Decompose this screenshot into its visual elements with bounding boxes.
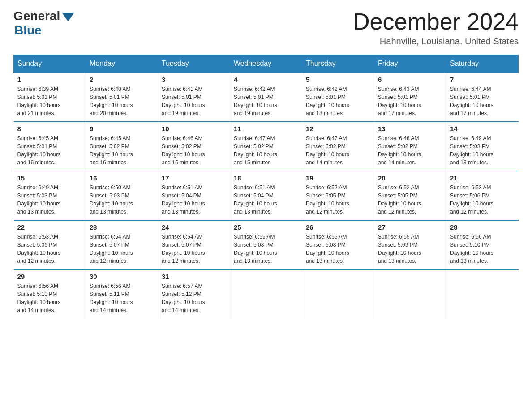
day-number: 10 (162, 125, 226, 133)
header-saturday: Saturday (446, 55, 519, 73)
day-info: Sunrise: 6:42 AMSunset: 5:01 PMDaylight:… (306, 85, 370, 117)
calendar-cell: 16Sunrise: 6:50 AMSunset: 5:03 PMDayligh… (86, 171, 158, 220)
day-number: 31 (162, 273, 226, 280)
calendar-cell: 19Sunrise: 6:52 AMSunset: 5:05 PMDayligh… (302, 171, 374, 220)
calendar-cell: 26Sunrise: 6:55 AMSunset: 5:08 PMDayligh… (302, 220, 374, 270)
day-number: 9 (90, 125, 154, 133)
day-info: Sunrise: 6:53 AMSunset: 5:06 PMDaylight:… (450, 184, 515, 216)
day-info: Sunrise: 6:39 AMSunset: 5:01 PMDaylight:… (17, 85, 82, 117)
header-thursday: Thursday (302, 55, 374, 73)
calendar-cell: 25Sunrise: 6:55 AMSunset: 5:08 PMDayligh… (230, 220, 302, 270)
day-info: Sunrise: 6:40 AMSunset: 5:01 PMDaylight:… (90, 85, 154, 117)
calendar-cell: 29Sunrise: 6:56 AMSunset: 5:10 PMDayligh… (14, 270, 86, 319)
calendar-cell (374, 270, 446, 319)
logo-blue-text: Blue (14, 23, 42, 38)
header-monday: Monday (86, 55, 158, 73)
title-area: December 2024 Hahnville, Louisiana, Unit… (353, 9, 519, 47)
day-number: 17 (162, 174, 226, 182)
day-number: 26 (306, 223, 370, 231)
day-info: Sunrise: 6:48 AMSunset: 5:02 PMDaylight:… (378, 134, 442, 167)
day-number: 19 (306, 174, 370, 182)
header-wednesday: Wednesday (230, 55, 302, 73)
day-number: 6 (378, 76, 442, 83)
week-row-3: 15Sunrise: 6:49 AMSunset: 5:03 PMDayligh… (14, 171, 519, 220)
calendar-cell: 13Sunrise: 6:48 AMSunset: 5:02 PMDayligh… (374, 122, 446, 171)
day-number: 11 (234, 125, 298, 133)
week-row-5: 29Sunrise: 6:56 AMSunset: 5:10 PMDayligh… (14, 270, 519, 319)
day-info: Sunrise: 6:53 AMSunset: 5:06 PMDaylight:… (17, 233, 82, 265)
calendar-cell: 2Sunrise: 6:40 AMSunset: 5:01 PMDaylight… (86, 73, 158, 122)
day-info: Sunrise: 6:45 AMSunset: 5:02 PMDaylight:… (90, 134, 154, 167)
day-number: 4 (234, 76, 298, 83)
calendar-cell: 9Sunrise: 6:45 AMSunset: 5:02 PMDaylight… (86, 122, 158, 171)
day-info: Sunrise: 6:51 AMSunset: 5:04 PMDaylight:… (234, 184, 298, 216)
logo-top: General (13, 9, 74, 23)
day-info: Sunrise: 6:41 AMSunset: 5:01 PMDaylight:… (162, 85, 226, 117)
day-info: Sunrise: 6:55 AMSunset: 5:08 PMDaylight:… (234, 233, 298, 265)
day-info: Sunrise: 6:56 AMSunset: 5:11 PMDaylight:… (90, 282, 154, 314)
calendar-header: SundayMondayTuesdayWednesdayThursdayFrid… (14, 55, 519, 73)
calendar-cell: 11Sunrise: 6:47 AMSunset: 5:02 PMDayligh… (230, 122, 302, 171)
day-number: 30 (90, 273, 154, 280)
day-info: Sunrise: 6:55 AMSunset: 5:09 PMDaylight:… (378, 233, 442, 265)
calendar-cell: 5Sunrise: 6:42 AMSunset: 5:01 PMDaylight… (302, 73, 374, 122)
day-number: 28 (450, 223, 515, 231)
day-info: Sunrise: 6:55 AMSunset: 5:08 PMDaylight:… (306, 233, 370, 265)
calendar-cell: 23Sunrise: 6:54 AMSunset: 5:07 PMDayligh… (86, 220, 158, 270)
day-info: Sunrise: 6:56 AMSunset: 5:10 PMDaylight:… (17, 282, 82, 314)
calendar-cell: 7Sunrise: 6:44 AMSunset: 5:01 PMDaylight… (446, 73, 519, 122)
calendar-table: SundayMondayTuesdayWednesdayThursdayFrid… (13, 55, 519, 319)
day-number: 25 (234, 223, 298, 231)
calendar-cell: 15Sunrise: 6:49 AMSunset: 5:03 PMDayligh… (14, 171, 86, 220)
calendar-body: 1Sunrise: 6:39 AMSunset: 5:01 PMDaylight… (14, 73, 519, 319)
day-info: Sunrise: 6:54 AMSunset: 5:07 PMDaylight:… (162, 233, 226, 265)
day-number: 20 (378, 174, 442, 182)
day-info: Sunrise: 6:49 AMSunset: 5:03 PMDaylight:… (450, 134, 515, 167)
calendar-cell: 21Sunrise: 6:53 AMSunset: 5:06 PMDayligh… (446, 171, 519, 220)
day-number: 23 (90, 223, 154, 231)
day-number: 29 (17, 273, 82, 280)
calendar-cell: 28Sunrise: 6:56 AMSunset: 5:10 PMDayligh… (446, 220, 519, 270)
day-info: Sunrise: 6:43 AMSunset: 5:01 PMDaylight:… (378, 85, 442, 117)
day-info: Sunrise: 6:54 AMSunset: 5:07 PMDaylight:… (90, 233, 154, 265)
header-sunday: Sunday (14, 55, 86, 73)
day-number: 14 (450, 125, 515, 133)
day-info: Sunrise: 6:52 AMSunset: 5:05 PMDaylight:… (306, 184, 370, 216)
week-row-4: 22Sunrise: 6:53 AMSunset: 5:06 PMDayligh… (14, 220, 519, 270)
day-info: Sunrise: 6:57 AMSunset: 5:12 PMDaylight:… (162, 282, 226, 314)
calendar-cell: 12Sunrise: 6:47 AMSunset: 5:02 PMDayligh… (302, 122, 374, 171)
day-number: 2 (90, 76, 154, 83)
day-info: Sunrise: 6:49 AMSunset: 5:03 PMDaylight:… (17, 184, 82, 216)
day-number: 8 (17, 125, 82, 133)
calendar-cell (230, 270, 302, 319)
location-text: Hahnville, Louisiana, United States (353, 36, 519, 47)
day-number: 24 (162, 223, 226, 231)
calendar-cell: 6Sunrise: 6:43 AMSunset: 5:01 PMDaylight… (374, 73, 446, 122)
header-friday: Friday (374, 55, 446, 73)
day-info: Sunrise: 6:50 AMSunset: 5:03 PMDaylight:… (90, 184, 154, 216)
calendar-cell: 22Sunrise: 6:53 AMSunset: 5:06 PMDayligh… (14, 220, 86, 270)
calendar-cell: 8Sunrise: 6:45 AMSunset: 5:01 PMDaylight… (14, 122, 86, 171)
day-number: 3 (162, 76, 226, 83)
day-info: Sunrise: 6:52 AMSunset: 5:05 PMDaylight:… (378, 184, 442, 216)
day-number: 22 (17, 223, 82, 231)
day-number: 12 (306, 125, 370, 133)
day-info: Sunrise: 6:45 AMSunset: 5:01 PMDaylight:… (17, 134, 82, 167)
logo-general-text: General (13, 9, 60, 23)
day-info: Sunrise: 6:56 AMSunset: 5:10 PMDaylight:… (450, 233, 515, 265)
calendar-cell: 1Sunrise: 6:39 AMSunset: 5:01 PMDaylight… (14, 73, 86, 122)
calendar-cell: 20Sunrise: 6:52 AMSunset: 5:05 PMDayligh… (374, 171, 446, 220)
day-info: Sunrise: 6:46 AMSunset: 5:02 PMDaylight:… (162, 134, 226, 167)
calendar-cell: 31Sunrise: 6:57 AMSunset: 5:12 PMDayligh… (158, 270, 230, 319)
calendar-cell: 14Sunrise: 6:49 AMSunset: 5:03 PMDayligh… (446, 122, 519, 171)
day-number: 27 (378, 223, 442, 231)
week-row-2: 8Sunrise: 6:45 AMSunset: 5:01 PMDaylight… (14, 122, 519, 171)
calendar-cell (446, 270, 519, 319)
day-number: 5 (306, 76, 370, 83)
week-row-1: 1Sunrise: 6:39 AMSunset: 5:01 PMDaylight… (14, 73, 519, 122)
day-info: Sunrise: 6:47 AMSunset: 5:02 PMDaylight:… (306, 134, 370, 167)
calendar-cell (302, 270, 374, 319)
calendar-cell: 27Sunrise: 6:55 AMSunset: 5:09 PMDayligh… (374, 220, 446, 270)
day-number: 21 (450, 174, 515, 182)
calendar-cell: 30Sunrise: 6:56 AMSunset: 5:11 PMDayligh… (86, 270, 158, 319)
